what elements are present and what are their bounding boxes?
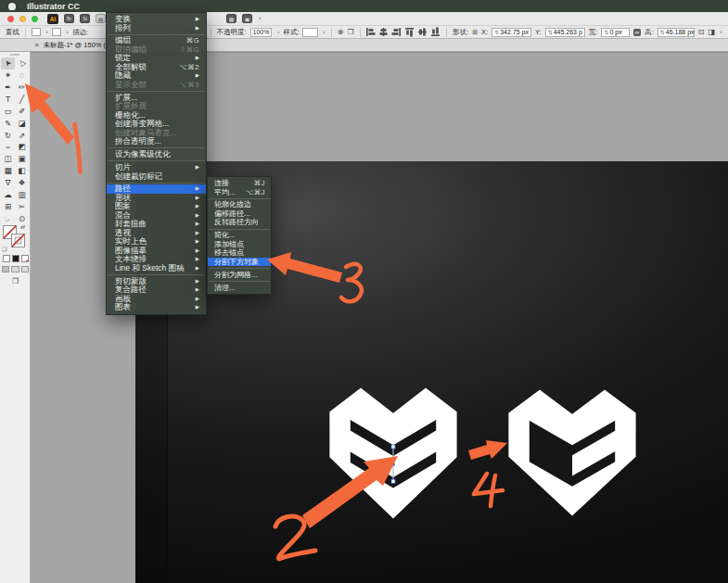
logo-after-divide[interactable] — [507, 388, 637, 517]
gpu-preview-icon[interactable]: ▣ — [242, 14, 252, 23]
link-dimensions-icon[interactable]: ∞ — [633, 29, 642, 36]
object-menu-item[interactable]: 切片 — [107, 163, 206, 172]
pen-tool[interactable]: ✒ — [1, 82, 15, 94]
align-horizontal-left-icon[interactable] — [365, 27, 376, 37]
object-menu-item[interactable]: 编组 ⌘G — [107, 36, 206, 45]
object-menu-item[interactable]: 显示全部 ⌥⌘3 — [107, 81, 206, 90]
stroke-color-well[interactable] — [52, 28, 61, 36]
path-submenu-item[interactable]: 连接 ⌘J — [208, 179, 271, 188]
object-menu-item[interactable]: 扩展外观 — [107, 102, 206, 111]
lasso-tool[interactable]: ◌ — [15, 70, 29, 82]
curvature-tool[interactable]: ✏ — [15, 82, 29, 94]
transform-icon[interactable]: ⊡ — [698, 28, 705, 36]
path-submenu-item[interactable]: 偏移路径... — [208, 209, 271, 219]
rectangle-tool[interactable]: ▭ — [1, 106, 15, 118]
close-window-button[interactable] — [7, 16, 14, 22]
shape-builder-tool[interactable]: ◫ — [1, 153, 15, 165]
width-tool[interactable]: ⌣ — [1, 141, 15, 153]
panel-grip[interactable] — [10, 54, 19, 56]
chevron-down-icon[interactable]: ˅ — [720, 30, 722, 35]
style-select[interactable] — [302, 28, 318, 37]
object-menu-item[interactable]: 设为像素级优化 — [107, 150, 206, 159]
none-button[interactable] — [21, 255, 29, 262]
line-segment-tool[interactable]: ╱ — [15, 94, 29, 106]
arrange-documents-icon[interactable]: ▤ — [96, 14, 106, 23]
gradient-tool[interactable]: ◧ — [15, 165, 29, 177]
close-tab-icon[interactable]: ✕ — [34, 42, 39, 49]
draw-behind-button[interactable] — [11, 266, 19, 272]
direct-selection-tool[interactable]: ▷ — [15, 57, 29, 70]
object-menu-item[interactable]: 创建裁切标记 — [107, 172, 206, 182]
chevron-right-icon[interactable]: > — [276, 30, 279, 35]
draw-inside-button[interactable] — [21, 266, 29, 272]
align-horizontal-center-icon[interactable] — [378, 27, 389, 37]
object-menu-item[interactable]: 隐藏 — [107, 71, 206, 81]
width-input[interactable]: ⇅0 px — [601, 28, 629, 37]
object-menu-item[interactable]: 变换 — [107, 15, 206, 24]
path-submenu-item[interactable]: 清理... — [208, 284, 271, 293]
globe-icon[interactable]: ⊕ — [338, 28, 344, 36]
stepper-icon[interactable]: ⇅ — [660, 29, 665, 35]
reference-point-icon[interactable]: ⊞ — [472, 29, 478, 36]
screen-mode-button[interactable]: ❐ — [2, 277, 29, 285]
chevron-down-icon[interactable]: ˅ — [45, 30, 48, 35]
x-input[interactable]: ⇅342.75 px — [492, 28, 531, 37]
object-menu-item[interactable]: 栅格化... — [107, 111, 206, 120]
selection-tool[interactable]: ➤ — [1, 57, 15, 70]
object-menu-item[interactable]: 创建渐变网格... — [107, 120, 206, 129]
align-vertical-bottom-icon[interactable] — [430, 27, 441, 37]
swap-fill-stroke-icon[interactable]: ⇄ — [20, 223, 25, 230]
type-tool[interactable]: T — [1, 94, 15, 106]
path-submenu-item[interactable]: 分割为网格... — [208, 271, 271, 280]
path-submenu-item[interactable]: 添加锚点 — [208, 240, 271, 249]
object-menu-item[interactable]: 实时上色 — [107, 237, 206, 247]
object-menu-item[interactable]: 剪切蒙版 — [107, 277, 206, 286]
paintbrush-tool[interactable]: ✐ — [15, 106, 29, 118]
object-menu-item[interactable]: 路径 — [107, 184, 206, 194]
chevron-down-icon[interactable]: ˅ — [66, 30, 69, 35]
mesh-tool[interactable]: ▦ — [1, 165, 15, 177]
default-fill-stroke-icon[interactable]: ❏ — [2, 246, 6, 252]
object-menu-item[interactable]: 封套扭曲 — [107, 220, 206, 229]
path-submenu-item[interactable]: 移去锚点 — [208, 248, 271, 258]
free-transform-tool[interactable]: ◩ — [15, 141, 29, 153]
height-input[interactable]: ⇅46.188 px — [658, 28, 695, 37]
bridge-icon[interactable]: Br — [64, 14, 74, 23]
object-menu-item[interactable]: 透视 — [107, 229, 206, 238]
y-input[interactable]: ⇅445.263 p — [545, 28, 585, 37]
draw-normal-button[interactable] — [2, 266, 9, 272]
workspace-icon[interactable]: ▦ — [226, 14, 236, 23]
path-submenu-item[interactable]: 轮廓化描边 — [208, 200, 271, 209]
object-menu-item[interactable]: 扩展... — [107, 94, 206, 103]
color-button[interactable] — [3, 255, 10, 262]
slice-tool[interactable]: ✂ — [15, 201, 29, 213]
object-menu-item[interactable]: 排列 — [107, 24, 206, 33]
column-graph-tool[interactable]: ▥ — [15, 189, 29, 201]
object-menu-item[interactable]: 全部解锁 ⌥⌘2 — [107, 63, 206, 72]
rotate-tool[interactable]: ↻ — [1, 129, 15, 141]
object-menu-item[interactable]: 拼合透明度... — [107, 137, 206, 146]
align-horizontal-right-icon[interactable] — [391, 27, 402, 37]
object-menu-item[interactable]: 图案 — [107, 202, 206, 211]
fill-color-well[interactable] — [32, 28, 41, 36]
apple-menu-icon[interactable] — [8, 3, 16, 10]
zoom-window-button[interactable] — [32, 16, 38, 22]
logo-before-divide[interactable] — [328, 387, 458, 520]
path-submenu-item[interactable]: 简化... — [208, 231, 271, 240]
minimize-window-button[interactable] — [19, 16, 26, 22]
symbol-sprayer-tool[interactable]: ☁ — [1, 189, 15, 201]
gradient-button[interactable] — [12, 255, 19, 262]
scale-tool[interactable]: ⇗ — [15, 129, 29, 141]
object-menu-item[interactable]: 取消编组 ⇧⌘G — [107, 45, 206, 55]
object-menu-item[interactable]: 图表 — [107, 303, 206, 312]
object-menu-item[interactable]: 文本绕排 — [107, 255, 206, 264]
object-menu-item[interactable]: 图像描摹 — [107, 247, 206, 256]
path-submenu-item[interactable]: 分割下方对象 — [208, 258, 271, 267]
align-vertical-center-icon[interactable] — [417, 27, 428, 37]
isolate-icon[interactable]: ◨ — [708, 28, 715, 36]
live-paint-bucket-tool[interactable]: ▣ — [15, 153, 29, 165]
stock-icon[interactable]: St — [80, 14, 90, 23]
stepper-icon[interactable]: ⇅ — [604, 29, 608, 35]
path-submenu-item[interactable]: 反转路径方向 — [208, 218, 271, 227]
blend-tool[interactable]: ❖ — [15, 177, 29, 189]
